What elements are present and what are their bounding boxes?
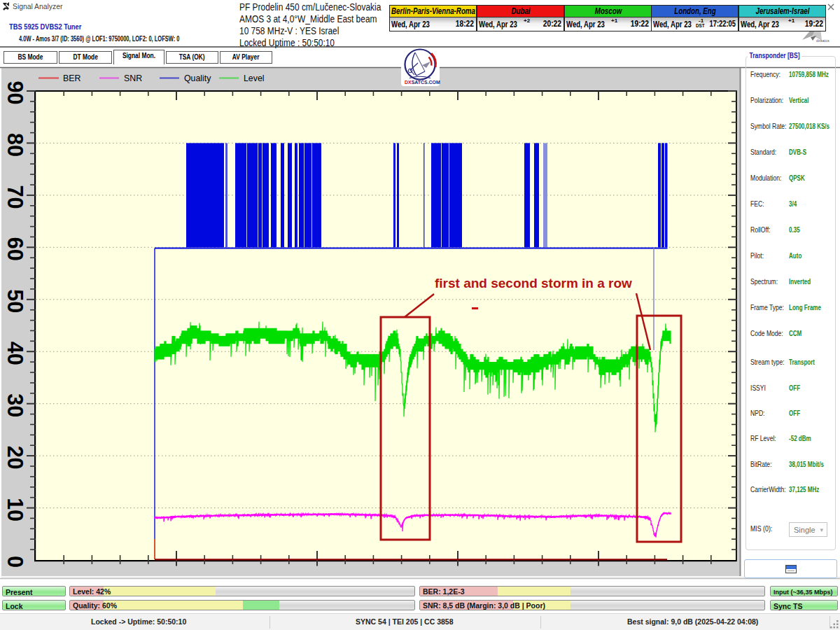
svg-text:90: 90 bbox=[4, 81, 27, 105]
svg-text:10: 10 bbox=[4, 498, 27, 522]
svg-text:40: 40 bbox=[4, 342, 27, 365]
svg-text:80: 80 bbox=[4, 133, 27, 157]
svg-text:0: 0 bbox=[4, 556, 27, 568]
svg-text:70: 70 bbox=[4, 185, 27, 209]
svg-text:dxsatcs: dxsatcs bbox=[816, 38, 830, 43]
svg-text:30: 30 bbox=[4, 393, 27, 417]
svg-text:60: 60 bbox=[4, 237, 27, 261]
svg-text:50: 50 bbox=[4, 289, 27, 313]
svg-text:DXSATCS.COM: DXSATCS.COM bbox=[405, 79, 440, 86]
svg-text:20: 20 bbox=[4, 446, 27, 470]
